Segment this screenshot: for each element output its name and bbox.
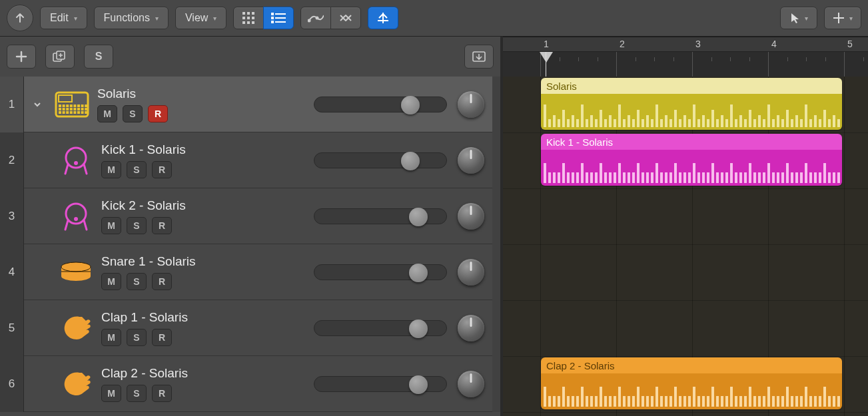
svg-rect-2 [252, 12, 254, 15]
pan-knob[interactable] [458, 371, 484, 397]
region[interactable]: Kick 1 - Solaris [541, 134, 842, 186]
ruler-area[interactable]: 12345 [503, 37, 868, 77]
track-header[interactable]: Snare 1 - Solaris M S R [24, 244, 492, 300]
flex-button[interactable] [330, 7, 361, 29]
msr-group: M S R [101, 273, 248, 290]
solo-button[interactable]: S [127, 273, 147, 290]
grid-view-button[interactable] [233, 7, 264, 29]
pan-knob[interactable] [458, 147, 484, 174]
mute-button[interactable]: M [101, 329, 121, 346]
cycle-strip[interactable] [503, 37, 868, 52]
disclosure-toggle[interactable] [28, 100, 47, 109]
svg-rect-31 [70, 108, 73, 110]
record-enable-button[interactable]: R [152, 385, 172, 402]
track-row[interactable]: 5 Clap 1 - Solaris M S R [0, 300, 500, 356]
hide-editor-button[interactable] [7, 5, 33, 31]
slider-thumb[interactable] [409, 375, 428, 394]
playhead-marker[interactable] [540, 52, 553, 63]
mute-button[interactable]: M [101, 385, 121, 402]
slider-thumb[interactable] [409, 319, 428, 338]
solo-button[interactable]: S [127, 385, 147, 402]
track-info: Kick 1 - Solaris M S R [101, 142, 248, 178]
svg-rect-43 [85, 108, 87, 110]
list-icon [271, 13, 286, 23]
svg-rect-35 [73, 111, 76, 114]
track-header[interactable]: Kick 2 - Solaris M S R [24, 188, 492, 244]
track-row[interactable]: 3 Kick 2 - Solaris M S R [0, 188, 500, 244]
slider-thumb[interactable] [401, 152, 420, 170]
pan-knob[interactable] [458, 315, 484, 341]
svg-rect-11 [271, 17, 274, 19]
volume-slider[interactable] [314, 320, 447, 336]
pointer-tool-menu[interactable]: ▾ [780, 7, 817, 29]
import-button[interactable] [464, 45, 494, 69]
region[interactable]: Clap 2 - Solaris [541, 357, 842, 409]
track-info: Solaris M S R [97, 87, 244, 122]
bar-ruler[interactable]: 12345 [503, 52, 868, 77]
record-enable-button[interactable]: R [152, 329, 172, 346]
volume-slider[interactable] [314, 152, 447, 168]
arrange-area[interactable]: SolarisKick 1 - SolarisClap 2 - Solaris [503, 77, 868, 416]
record-enable-button[interactable]: R [152, 273, 172, 290]
track-name-label: Kick 2 - Solaris [101, 198, 248, 213]
track-row[interactable]: 4 Snare 1 - Solaris M S R [0, 244, 500, 300]
track-info: Snare 1 - Solaris M S R [101, 254, 248, 290]
solo-button[interactable]: S [123, 105, 143, 122]
svg-rect-12 [275, 17, 286, 19]
solo-button[interactable]: S [127, 217, 147, 234]
mute-button[interactable]: M [101, 273, 121, 290]
volume-slider[interactable] [314, 97, 447, 112]
automation-button[interactable] [300, 7, 331, 29]
region[interactable]: Solaris [541, 78, 842, 130]
svg-rect-14 [275, 21, 286, 23]
add-track-button[interactable] [7, 45, 36, 69]
svg-rect-26 [63, 111, 65, 114]
volume-slider[interactable] [314, 208, 447, 224]
pan-knob[interactable] [458, 259, 484, 286]
automation-curve-icon [308, 13, 324, 23]
solo-button[interactable]: S [127, 161, 147, 178]
mute-button[interactable]: M [101, 217, 121, 234]
view-menu[interactable]: View ▾ [175, 7, 226, 29]
chevron-down-icon: ▾ [849, 15, 853, 22]
mute-button[interactable]: M [97, 105, 117, 122]
mute-button[interactable]: M [101, 161, 121, 178]
alt-tool-menu[interactable]: ▾ [824, 7, 861, 29]
global-solo-button[interactable]: S [84, 45, 113, 69]
track-row[interactable]: 2 Kick 1 - Solaris M S R [0, 132, 500, 188]
volume-slider[interactable] [314, 376, 447, 392]
slider-thumb[interactable] [409, 208, 428, 226]
track-header[interactable]: Clap 2 - Solaris M S R [24, 356, 492, 412]
list-view-button[interactable] [263, 7, 294, 29]
track-header[interactable]: Solaris M S R [24, 77, 492, 132]
volume-slider[interactable] [314, 264, 447, 280]
svg-rect-28 [66, 108, 69, 110]
catch-playhead-button[interactable] [368, 7, 398, 29]
record-enable-button[interactable]: R [148, 105, 168, 122]
track-row[interactable]: 6 Clap 2 - Solaris M S R [0, 356, 500, 412]
track-header[interactable]: Clap 1 - Solaris M S R [24, 300, 492, 356]
svg-rect-24 [63, 104, 65, 107]
svg-rect-33 [73, 104, 76, 107]
svg-point-16 [316, 17, 319, 20]
svg-point-49 [74, 217, 78, 221]
track-icon [57, 198, 95, 235]
region-name-label: Solaris [541, 78, 842, 94]
slider-thumb[interactable] [409, 264, 428, 282]
row-divider [492, 300, 500, 356]
record-enable-button[interactable]: R [152, 161, 172, 178]
functions-menu[interactable]: Functions ▾ [94, 7, 169, 29]
track-number: 4 [0, 244, 24, 300]
track-row[interactable]: 1 Solaris M S R [0, 77, 500, 132]
chevron-down-icon: ▾ [74, 15, 77, 22]
record-enable-button[interactable]: R [152, 217, 172, 234]
track-header[interactable]: Kick 1 - Solaris M S R [24, 132, 492, 188]
pan-knob[interactable] [458, 91, 484, 118]
duplicate-track-button[interactable] [45, 45, 75, 69]
slider-thumb[interactable] [401, 96, 420, 114]
row-divider [492, 188, 500, 244]
pan-knob[interactable] [458, 203, 484, 230]
solo-button[interactable]: S [127, 329, 147, 346]
track-header-toolbar: S [0, 37, 503, 77]
edit-menu[interactable]: Edit ▾ [40, 7, 87, 29]
